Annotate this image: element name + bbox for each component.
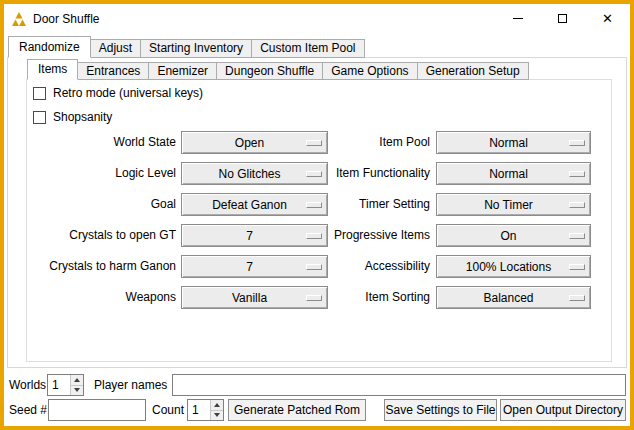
weapons-value: Vanilla	[232, 291, 277, 305]
count-label: Count	[152, 399, 184, 421]
tab-adjust[interactable]: Adjust	[90, 39, 141, 58]
option-row: Logic Level No Glitches Item Functionali…	[0, 162, 634, 185]
tab-generation-setup[interactable]: Generation Setup	[417, 62, 529, 80]
dropdown-indicator-icon	[569, 171, 585, 177]
seed-row: Seed # Count Generate Patched Rom Save S…	[0, 399, 634, 421]
dropdown-indicator-icon	[569, 202, 585, 208]
maximize-button[interactable]	[540, 4, 585, 33]
shopsanity-row: Shopsanity	[33, 109, 112, 125]
item-functionality-label: Item Functionality	[285, 162, 430, 185]
spin-down-button[interactable]	[70, 385, 83, 396]
close-icon: ✕	[602, 12, 613, 25]
item-sorting-value: Balanced	[483, 291, 543, 305]
item-sorting-dropdown[interactable]: Balanced	[436, 286, 591, 309]
seed-label: Seed #	[9, 399, 47, 421]
timer-setting-value: No Timer	[484, 198, 543, 212]
timer-setting-dropdown[interactable]: No Timer	[436, 193, 591, 216]
option-row: Crystals to harm Ganon 7 Accessibility 1…	[0, 255, 634, 278]
item-pool-dropdown[interactable]: Normal	[436, 131, 591, 154]
weapons-label: Weapons	[26, 286, 176, 309]
option-row: World State Open Item Pool Normal	[0, 131, 634, 154]
app-icon	[11, 11, 27, 27]
minimize-icon	[513, 18, 523, 19]
tab-randomize[interactable]: Randomize	[8, 36, 91, 58]
goal-label: Goal	[26, 193, 176, 216]
accessibility-label: Accessibility	[285, 255, 430, 278]
dropdown-indicator-icon	[569, 264, 585, 270]
arrow-up-icon	[214, 403, 220, 407]
dropdown-indicator-icon	[569, 233, 585, 239]
spin-up-button[interactable]	[210, 400, 223, 410]
seed-input[interactable]	[48, 399, 146, 421]
world-state-label: World State	[26, 131, 176, 154]
arrow-up-icon	[74, 378, 80, 382]
item-pool-value: Normal	[489, 136, 538, 150]
tab-starting-inventory[interactable]: Starting Inventory	[140, 39, 252, 58]
titlebar: Door Shuffle ✕	[4, 4, 630, 33]
retro-mode-row: Retro mode (universal keys)	[33, 85, 203, 101]
accessibility-value: 100% Locations	[466, 260, 561, 274]
retro-mode-label: Retro mode (universal keys)	[53, 86, 203, 100]
tab-items[interactable]: Items	[27, 59, 78, 80]
dropdown-indicator-icon	[569, 140, 585, 146]
app-window: Door Shuffle ✕ Randomize Adjust Starting…	[0, 0, 634, 430]
player-names-label: Player names	[94, 374, 167, 396]
item-pool-label: Item Pool	[285, 131, 430, 154]
spin-down-button[interactable]	[210, 410, 223, 421]
tab-dungeon-shuffle[interactable]: Dungeon Shuffle	[216, 62, 323, 80]
crystals-open-gt-value: 7	[246, 229, 263, 243]
worlds-input[interactable]	[48, 375, 70, 395]
option-row: Goal Defeat Ganon Timer Setting No Timer	[0, 193, 634, 216]
window-controls: ✕	[495, 4, 630, 33]
crystals-harm-ganon-value: 7	[246, 260, 263, 274]
item-sorting-label: Item Sorting	[285, 286, 430, 309]
worlds-spinner	[47, 374, 84, 396]
tab-entrances[interactable]: Entrances	[77, 62, 149, 80]
maximize-icon	[558, 14, 567, 23]
crystals-open-gt-label: Crystals to open GT	[26, 224, 176, 247]
progressive-items-dropdown[interactable]: On	[436, 224, 591, 247]
tab-enemizer[interactable]: Enemizer	[148, 62, 217, 80]
timer-setting-label: Timer Setting	[285, 193, 430, 216]
spin-up-button[interactable]	[70, 375, 83, 385]
accessibility-dropdown[interactable]: 100% Locations	[436, 255, 591, 278]
progressive-items-value: On	[500, 229, 526, 243]
item-functionality-value: Normal	[489, 167, 538, 181]
inner-notebook-pane	[26, 79, 612, 362]
logic-level-label: Logic Level	[26, 162, 176, 185]
minimize-button[interactable]	[495, 4, 540, 33]
count-spinner	[187, 399, 224, 421]
progressive-items-label: Progressive Items	[285, 224, 430, 247]
tab-game-options[interactable]: Game Options	[322, 62, 417, 80]
crystals-harm-ganon-label: Crystals to harm Ganon	[26, 255, 176, 278]
outer-tabs: Randomize Adjust Starting Inventory Cust…	[8, 36, 364, 58]
window-title: Door Shuffle	[33, 12, 100, 26]
logic-level-value: No Glitches	[218, 167, 290, 181]
option-row: Weapons Vanilla Item Sorting Balanced	[0, 286, 634, 309]
worlds-row: Worlds Player names	[0, 374, 634, 396]
save-settings-button[interactable]: Save Settings to File	[384, 399, 497, 421]
generate-patched-rom-button[interactable]: Generate Patched Rom	[228, 399, 366, 421]
inner-tabs: Items Entrances Enemizer Dungeon Shuffle…	[27, 59, 528, 80]
spinner-arrows	[210, 400, 223, 420]
shopsanity-label: Shopsanity	[53, 110, 112, 124]
count-input[interactable]	[188, 400, 210, 420]
worlds-label: Worlds	[9, 374, 46, 396]
world-state-value: Open	[235, 136, 274, 150]
spinner-arrows	[70, 375, 83, 395]
arrow-down-icon	[74, 388, 80, 392]
shopsanity-checkbox[interactable]	[33, 111, 46, 124]
arrow-down-icon	[214, 413, 220, 417]
tab-custom-item-pool[interactable]: Custom Item Pool	[251, 39, 364, 58]
option-row: Crystals to open GT 7 Progressive Items …	[0, 224, 634, 247]
item-functionality-dropdown[interactable]: Normal	[436, 162, 591, 185]
retro-mode-checkbox[interactable]	[33, 87, 46, 100]
player-names-input[interactable]	[172, 374, 626, 396]
close-button[interactable]: ✕	[585, 4, 630, 33]
open-output-directory-button[interactable]: Open Output Directory	[500, 399, 626, 421]
dropdown-indicator-icon	[569, 295, 585, 301]
